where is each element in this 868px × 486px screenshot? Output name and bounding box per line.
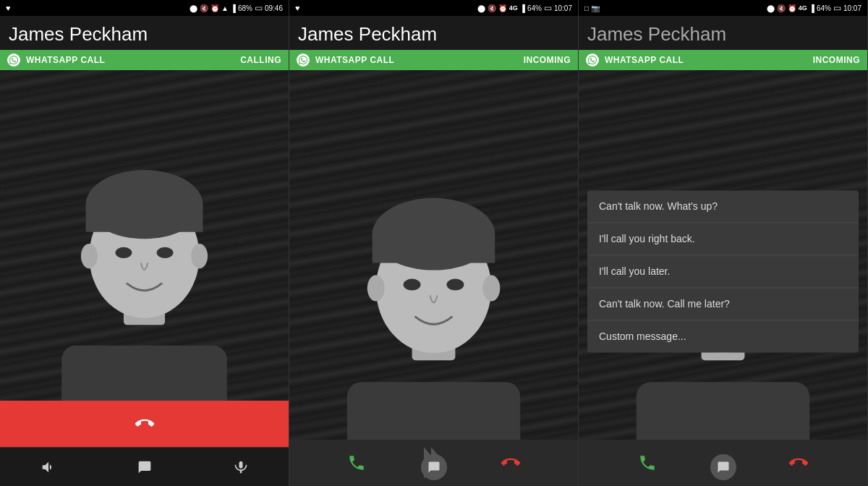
person-svg-1 <box>0 70 289 401</box>
answer-button-2[interactable] <box>289 440 424 486</box>
answer-button-3[interactable] <box>579 440 716 486</box>
svg-point-9 <box>191 244 208 268</box>
quick-reply-item-3[interactable]: I'll call you later. <box>587 255 859 288</box>
status-bar-left-3: □ 📷 <box>584 4 600 12</box>
mic-button-1[interactable] <box>226 453 255 482</box>
screen-quickreply: □ 📷 ⬤ 🔇 ⏰ 4G ▐ 64% ▭ 10:07 James Peckham… <box>579 0 868 486</box>
call-bar-left-2: WHATSAPP CALL <box>297 54 394 67</box>
whatsapp-icon-1 <box>7 54 20 67</box>
photo-area-3: Can't talk now. What's up? I'll call you… <box>579 70 867 440</box>
answer-icon-2 <box>347 453 366 472</box>
quick-reply-item-5[interactable]: Custom message... <box>587 320 859 352</box>
call-bar-status-3: INCOMING <box>813 55 860 65</box>
screen-incoming: ♥ ⬤ 🔇 ⏰ 4G ▐ 64% ▭ 10:07 James Peckham W… <box>289 0 579 486</box>
status-bar-right-1: ⬤ 🔇 ⏰ ▲ ▐ 68% ▭ 09:46 <box>190 3 283 13</box>
battery-icon-1: ▭ <box>255 3 263 13</box>
battery-icon-3: ▭ <box>833 3 841 13</box>
mute-icon-2: 🔇 <box>488 4 496 12</box>
call-bar-label-2: WHATSAPP CALL <box>315 55 394 65</box>
call-bar-left-3: WHATSAPP CALL <box>586 54 684 67</box>
message-icon-1 <box>137 460 152 474</box>
person-photo-2 <box>289 70 578 440</box>
quick-reply-item-4[interactable]: Can't talk now. Call me later? <box>587 288 859 320</box>
time-1: 09:46 <box>265 4 283 12</box>
status-bar-right-3: ⬤ 🔇 ⏰ 4G ▐ 64% ▭ 10:07 <box>767 3 861 13</box>
message-circle-2[interactable] <box>421 454 447 480</box>
svg-point-19 <box>482 276 500 302</box>
photo-area-1 <box>0 70 289 401</box>
svg-rect-11 <box>347 382 520 440</box>
call-bar-status-2: INCOMING <box>524 55 571 65</box>
svg-point-18 <box>367 276 385 302</box>
call-bar-2: WHATSAPP CALL INCOMING <box>289 50 578 70</box>
decline-button-2[interactable] <box>444 440 579 486</box>
alarm-icon-2: ⏰ <box>498 4 507 12</box>
message-circle-icon-3 <box>717 461 730 474</box>
svg-rect-21 <box>637 382 809 440</box>
whatsapp-icon-3 <box>586 54 599 67</box>
action-bar-dual-3 <box>579 440 867 486</box>
status-bar-3: □ 📷 ⬤ 🔇 ⏰ 4G ▐ 64% ▭ 10:07 <box>579 0 867 16</box>
svg-rect-5 <box>86 205 203 232</box>
status-bar-left-1: ♥ <box>6 4 11 12</box>
decline-bar-1[interactable] <box>0 401 289 447</box>
battery-text-2: 64% <box>527 4 542 12</box>
message-circle-icon-2 <box>427 461 441 474</box>
message-circle-3[interactable] <box>710 454 736 480</box>
person-photo-1 <box>0 70 289 401</box>
decline-icon-3 <box>789 453 808 472</box>
screen3-left-icon: □ 📷 <box>584 4 600 12</box>
svg-rect-1 <box>61 346 227 401</box>
status-bar-right-2: ⬤ 🔇 ⏰ 4G ▐ 64% ▭ 10:07 <box>477 3 572 13</box>
call-bar-label-1: WHATSAPP CALL <box>26 55 105 65</box>
action-bar-dual-2 <box>289 440 578 486</box>
status-bar-1: ♥ ⬤ 🔇 ⏰ ▲ ▐ 68% ▭ 09:46 <box>0 0 289 16</box>
mic-icon-1 <box>234 460 248 474</box>
alarm-icon-3: ⏰ <box>788 4 796 12</box>
quick-reply-menu: Can't talk now. What's up? I'll call you… <box>587 190 859 352</box>
mute-icon: 🔇 <box>200 4 208 12</box>
quick-reply-item-2[interactable]: I'll call you right back. <box>587 223 859 255</box>
contact-name-1: James Peckham <box>0 16 289 50</box>
whatsapp-status-icon-2: ♥ <box>295 4 300 12</box>
call-bar-label-3: WHATSAPP CALL <box>605 55 684 65</box>
signal-icon-3: ▐ <box>809 4 814 12</box>
photo-area-2 <box>289 70 578 440</box>
contact-name-3: James Peckham <box>579 16 867 50</box>
alarm-icon: ⏰ <box>210 4 219 12</box>
svg-point-8 <box>81 244 98 268</box>
4g-text-2: 4G <box>509 4 518 12</box>
svg-point-6 <box>116 247 132 258</box>
bluetooth-icon-3: ⬤ <box>767 4 775 12</box>
quick-reply-item-1[interactable]: Can't talk now. What's up? <box>587 190 859 223</box>
answer-icon-3 <box>638 453 657 472</box>
whatsapp-status-icon: ♥ <box>6 4 11 12</box>
bluetooth-icon: ⬤ <box>190 4 197 12</box>
speaker-button-1[interactable] <box>34 453 63 482</box>
battery-text-1: 68% <box>238 4 252 12</box>
speaker-icon-1 <box>41 459 56 475</box>
nav-bar-1 <box>0 447 289 486</box>
call-bar-left-1: WHATSAPP CALL <box>7 54 105 67</box>
time-2: 10:07 <box>554 4 572 12</box>
decline-icon-1 <box>135 414 154 433</box>
person-svg-2 <box>289 70 578 440</box>
status-bar-left-2: ♥ <box>295 4 300 12</box>
call-bar-1: WHATSAPP CALL CALLING <box>0 50 289 70</box>
battery-text-3: 64% <box>817 4 831 12</box>
bluetooth-icon-2: ⬤ <box>477 4 485 12</box>
screen-calling: ♥ ⬤ 🔇 ⏰ ▲ ▐ 68% ▭ 09:46 James Peckham WH… <box>0 0 289 486</box>
call-bar-3: WHATSAPP CALL INCOMING <box>579 50 867 70</box>
decline-button-3[interactable] <box>731 440 868 486</box>
battery-icon-2: ▭ <box>544 3 552 13</box>
whatsapp-icon-2 <box>297 54 310 67</box>
svg-point-7 <box>157 247 174 258</box>
decline-icon-2 <box>501 453 520 472</box>
contact-name-2: James Peckham <box>289 16 578 50</box>
status-bar-2: ♥ ⬤ 🔇 ⏰ 4G ▐ 64% ▭ 10:07 <box>289 0 578 16</box>
svg-point-17 <box>446 279 464 291</box>
svg-rect-15 <box>373 234 495 263</box>
message-button-1[interactable] <box>130 453 159 482</box>
signal-icon: ▐ <box>231 4 236 12</box>
wifi-icon: ▲ <box>221 4 229 12</box>
